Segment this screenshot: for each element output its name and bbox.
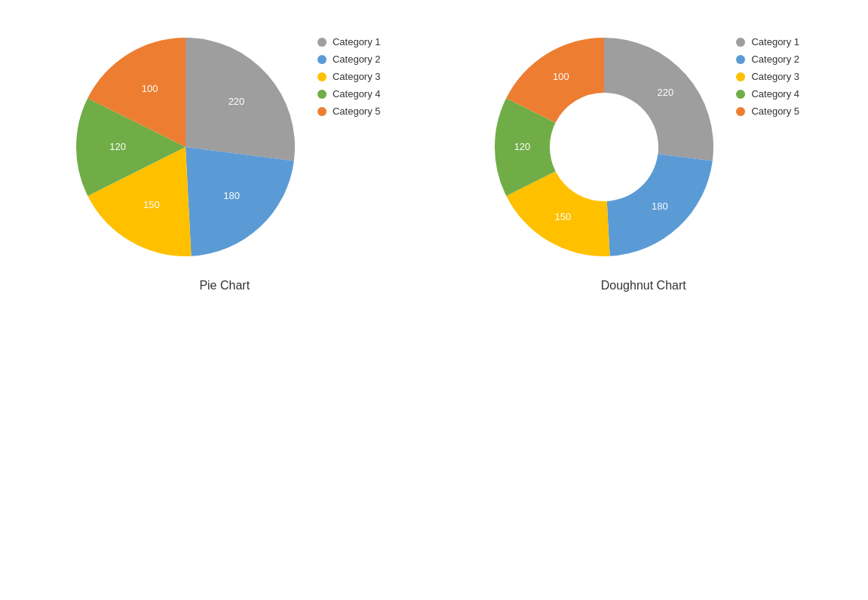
legend-dot [736, 90, 745, 99]
legend-label: Category 2 [333, 54, 381, 65]
pie-segment [186, 147, 294, 256]
pie-segment-label: 100 [142, 83, 158, 94]
legend-item: Category 4 [317, 88, 381, 99]
legend-item: Category 1 [317, 36, 381, 47]
donut-segment [604, 38, 713, 161]
legend-dot [736, 55, 745, 64]
donut-segment-label: 180 [652, 201, 668, 212]
legend-dot [317, 107, 327, 116]
donut-chart-svg: 220180150120100 [487, 30, 721, 264]
donut-chart-area: 220180150120100 Category 1Category 2Cate… [487, 30, 799, 264]
donut-chart-title: Doughnut Chart [601, 279, 686, 292]
legend-item: Category 5 [317, 106, 381, 117]
legend-item: Category 3 [317, 71, 381, 82]
pie-segment-label: 120 [109, 141, 126, 152]
pie-segment-label: 150 [143, 199, 160, 210]
legend-label: Category 5 [751, 106, 799, 117]
legend-item: Category 3 [736, 71, 799, 82]
legend-label: Category 2 [751, 54, 799, 65]
legend-dot [317, 38, 327, 47]
legend-dot [317, 90, 327, 99]
donut-legend: Category 1Category 2Category 3Category 4… [736, 30, 799, 117]
legend-dot [736, 38, 745, 47]
legend-label: Category 4 [751, 88, 799, 99]
legend-dot [736, 107, 745, 116]
donut-segment-label: 120 [514, 141, 531, 152]
legend-item: Category 2 [317, 54, 381, 65]
pie-chart-title: Pie Chart [199, 279, 250, 292]
legend-item: Category 1 [736, 36, 799, 47]
legend-item: Category 4 [736, 88, 799, 99]
legend-label: Category 1 [751, 36, 799, 47]
legend-dot [317, 72, 327, 81]
legend-label: Category 5 [333, 106, 381, 117]
charts-container: 220180150120100 Category 1Category 2Cate… [0, 0, 868, 308]
legend-dot [317, 55, 327, 64]
pie-segment-label: 180 [223, 190, 240, 201]
legend-label: Category 3 [333, 71, 381, 82]
legend-item: Category 2 [736, 54, 799, 65]
legend-dot [736, 72, 745, 81]
donut-segment-label: 220 [658, 87, 674, 98]
legend-label: Category 4 [333, 88, 381, 99]
donut-segment-label: 100 [554, 71, 570, 82]
donut-chart-wrapper: 220180150120100 Category 1Category 2Cate… [487, 30, 799, 292]
pie-chart-wrapper: 220180150120100 Category 1Category 2Cate… [69, 30, 381, 292]
pie-chart-svg: 220180150120100 [69, 30, 302, 264]
pie-segment-label: 220 [229, 96, 245, 107]
pie-legend: Category 1Category 2Category 3Category 4… [317, 30, 381, 117]
donut-segment-label: 150 [555, 211, 572, 222]
legend-label: Category 3 [751, 71, 799, 82]
legend-item: Category 5 [736, 106, 799, 117]
legend-label: Category 1 [333, 36, 381, 47]
pie-chart-area: 220180150120100 Category 1Category 2Cate… [69, 30, 381, 264]
